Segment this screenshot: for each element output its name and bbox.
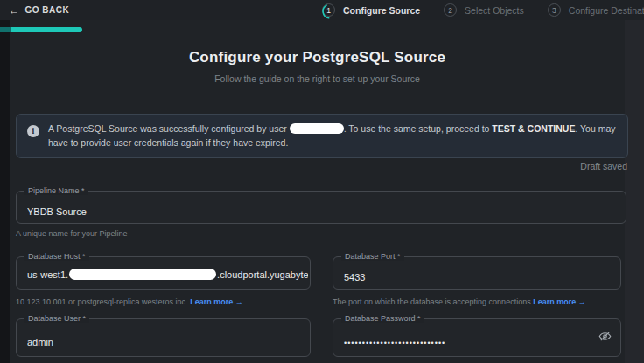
step-3-label: Configure Destination — [569, 5, 644, 16]
database-port-field: Database Port * — [332, 256, 621, 290]
pipeline-name-input[interactable] — [17, 192, 626, 223]
pipeline-name-label: Pipeline Name * — [24, 186, 88, 195]
banner-text-mid: . To use the same setup, proceed to — [344, 123, 493, 134]
database-password-label: Database Password * — [341, 314, 424, 323]
banner-text-start: A PostgreSQL Source was successfully con… — [48, 123, 290, 134]
port-learn-more-link[interactable]: Learn more — [533, 297, 576, 306]
progress-segment-dark — [0, 27, 11, 32]
step-2-label: Select Objects — [465, 5, 524, 16]
info-icon: i — [27, 125, 39, 137]
step-3-circle: 3 — [548, 3, 561, 17]
pipeline-name-helper: A unique name for your Pipeline — [16, 229, 128, 238]
go-back-label: GO BACK — [25, 5, 70, 15]
database-port-label: Database Port * — [341, 252, 404, 261]
database-host-label: Database Host * — [24, 252, 89, 261]
stepper: 1 Configure Source 2 Select Objects 3 Co… — [322, 0, 644, 20]
database-port-helper: The port on which the database is accept… — [332, 297, 586, 306]
banner-test-continue-emphasis: TEST & CONTINUE — [492, 123, 575, 134]
database-password-field: Database Password * — [332, 318, 621, 357]
step-3-number: 3 — [552, 6, 556, 15]
page-title: Configure your PostgreSQL Source — [10, 49, 625, 66]
database-password-input[interactable] — [333, 319, 620, 356]
port-learn-more-arrow-icon: → — [578, 297, 586, 306]
host-value-prefix: us-west1. — [27, 269, 68, 280]
step-1-circle: 1 — [322, 3, 335, 17]
progress-segment-bright — [11, 27, 82, 32]
step-2-circle: 2 — [444, 3, 457, 17]
app-root: ← GO BACK 1 Configure Source 2 Select Ob… — [0, 0, 644, 363]
info-banner-text: A PostgreSQL Source was successfully con… — [48, 122, 617, 150]
step-2-number: 2 — [448, 6, 452, 15]
database-host-field[interactable]: Database Host * us-west1..cloudportal.yu… — [16, 256, 311, 290]
database-user-field: Database User * — [16, 318, 311, 357]
step-select-objects[interactable]: 2 Select Objects — [444, 3, 524, 17]
port-helper-text: The port on which the database is accept… — [332, 297, 531, 306]
redacted-username — [290, 123, 344, 134]
database-host-value[interactable]: us-west1..cloudportal.yugabyte.com — [27, 269, 308, 280]
step-configure-source[interactable]: 1 Configure Source — [322, 3, 420, 17]
database-user-input[interactable] — [17, 319, 310, 356]
pipeline-name-field: Pipeline Name * — [16, 191, 626, 224]
top-bar: ← GO BACK 1 Configure Source 2 Select Ob… — [0, 0, 644, 20]
database-host-helper: 10.123.10.001 or postgresql-replica.west… — [16, 297, 243, 306]
info-banner: i A PostgreSQL Source was successfully c… — [16, 114, 628, 158]
host-value-suffix: .cloudportal.yugabyte.com — [217, 269, 308, 280]
progress-bar — [0, 27, 82, 32]
side-guide-panel-edge — [625, 20, 644, 363]
draft-saved-status: Draft saved — [10, 161, 627, 171]
back-arrow-icon: ← — [9, 5, 20, 16]
redacted-host-segment — [69, 269, 216, 280]
step-1-progress-arc-icon — [322, 2, 340, 21]
database-port-input[interactable] — [333, 257, 620, 289]
step-1-label: Configure Source — [343, 5, 420, 16]
host-helper-text: 10.123.10.001 or postgresql-replica.west… — [16, 297, 188, 306]
host-learn-more-arrow-icon: → — [235, 297, 243, 306]
step-configure-destination[interactable]: 3 Configure Destination — [548, 3, 644, 17]
password-visibility-toggle[interactable] — [598, 329, 612, 343]
go-back-button[interactable]: ← GO BACK — [0, 5, 69, 16]
database-user-label: Database User * — [24, 314, 89, 323]
host-learn-more-link[interactable]: Learn more — [190, 297, 233, 306]
eye-off-icon — [598, 330, 612, 343]
page-subtitle: Follow the guide on the right to set up … — [10, 73, 625, 84]
